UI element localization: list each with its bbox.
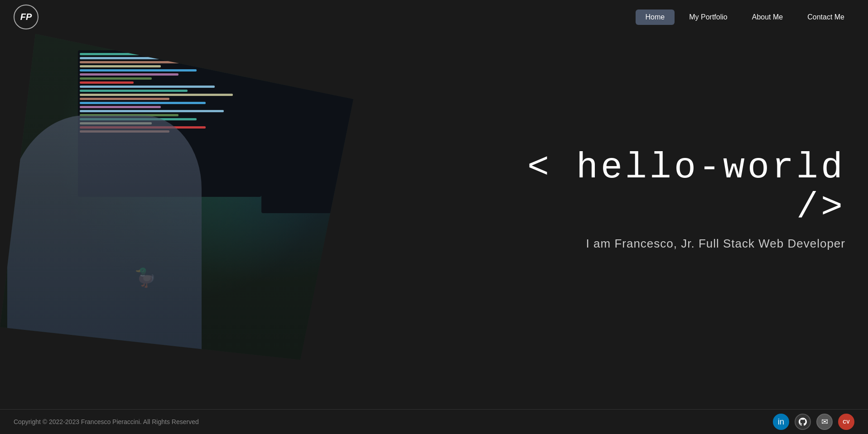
hero-background: 🦆 <box>0 34 353 360</box>
monitor-screen-right <box>261 50 353 213</box>
footer: Copyright © 2022-2023 Francesco Pieracci… <box>0 409 868 434</box>
hero-text: < hello-world /> I am Francesco, Jr. Ful… <box>506 148 845 251</box>
hero-subtitle: I am Francesco, Jr. Full Stack Web Devel… <box>506 237 845 251</box>
nav-portfolio[interactable]: My Portfolio <box>679 10 737 25</box>
linkedin-icon[interactable]: in <box>773 414 789 430</box>
github-icon[interactable] <box>795 414 811 430</box>
nav-home[interactable]: Home <box>636 10 675 25</box>
email-icon[interactable]: ✉ <box>816 414 833 430</box>
footer-copyright: Copyright © 2022-2023 Francesco Pieracci… <box>14 418 199 425</box>
nav-links: Home My Portfolio About Me Contact Me <box>636 10 854 25</box>
cv-icon[interactable]: CV <box>838 414 854 430</box>
person-silhouette <box>7 115 202 360</box>
footer-social-icons: in ✉ CV <box>773 414 854 430</box>
navbar: FP Home My Portfolio About Me Contact Me <box>0 0 868 34</box>
nav-contact[interactable]: Contact Me <box>797 10 854 25</box>
brand-logo[interactable]: FP <box>14 5 39 29</box>
nav-about[interactable]: About Me <box>742 10 793 25</box>
main-content: 🦆 < hello-world /> I am Francesco, Jr. F… <box>0 0 868 398</box>
hero-polygon: 🦆 <box>0 34 353 360</box>
hero-title: < hello-world /> <box>506 148 845 228</box>
hero-image: 🦆 <box>0 34 353 360</box>
